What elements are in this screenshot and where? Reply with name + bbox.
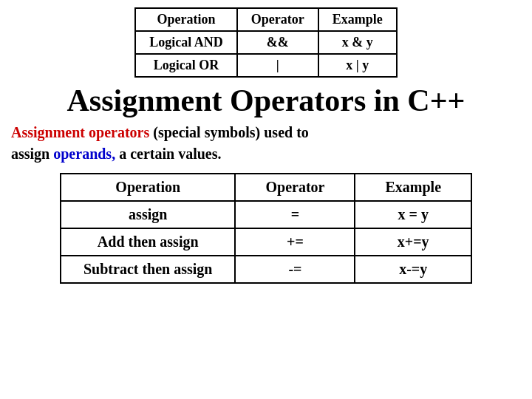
assign-text: assign <box>11 146 53 162</box>
red-text-assignment-operators: Assignment operators <box>11 124 149 140</box>
top-table-header-example: Example <box>318 8 397 31</box>
bottom-table-header-operation: Operation <box>61 174 235 201</box>
table-row: assign = x = y <box>61 201 471 228</box>
table-row: Logical AND && x & y <box>135 31 397 54</box>
top-row2-operator: | <box>237 54 318 77</box>
bottom-table-header-example: Example <box>355 174 471 201</box>
bottom-row3-operator: -= <box>235 256 355 283</box>
bottom-row1-operator: = <box>235 201 355 228</box>
bottom-table-header-operator: Operator <box>235 174 355 201</box>
bottom-row1-op: assign <box>61 201 235 228</box>
table-row: Subtract then assign -= x-=y <box>61 256 471 283</box>
top-table-header-operator: Operator <box>237 8 318 31</box>
bottom-row2-example: x+=y <box>355 228 471 256</box>
top-row2-op: Logical OR <box>135 54 237 77</box>
top-table: Operation Operator Example Logical AND &… <box>134 7 398 78</box>
top-table-wrapper: Operation Operator Example Logical AND &… <box>11 7 521 78</box>
description-line2: assign operands, a certain values. <box>11 146 521 163</box>
top-row1-example: x & y <box>318 31 397 54</box>
page-title: Assignment Operators in C++ <box>11 83 521 117</box>
bottom-row2-op: Add then assign <box>61 228 235 256</box>
table-row: Logical OR | x | y <box>135 54 397 77</box>
table-row: Add then assign += x+=y <box>61 228 471 256</box>
top-row1-op: Logical AND <box>135 31 237 54</box>
description-line1: Assignment operators (special symbols) u… <box>11 122 521 143</box>
bottom-table-wrapper: Operation Operator Example assign = x = … <box>11 173 521 284</box>
bottom-row1-example: x = y <box>355 201 471 228</box>
operands-text: operands, <box>53 146 115 162</box>
bottom-row3-op: Subtract then assign <box>61 256 235 283</box>
bottom-row2-operator: += <box>235 228 355 256</box>
desc-rest: (special symbols) used to <box>149 124 309 140</box>
bottom-row3-example: x-=y <box>355 256 471 283</box>
top-table-header-operation: Operation <box>135 8 237 31</box>
top-row1-operator: && <box>237 31 318 54</box>
top-row2-example: x | y <box>318 54 397 77</box>
bottom-table: Operation Operator Example assign = x = … <box>60 173 472 284</box>
certain-values-text: a certain values. <box>115 146 221 162</box>
